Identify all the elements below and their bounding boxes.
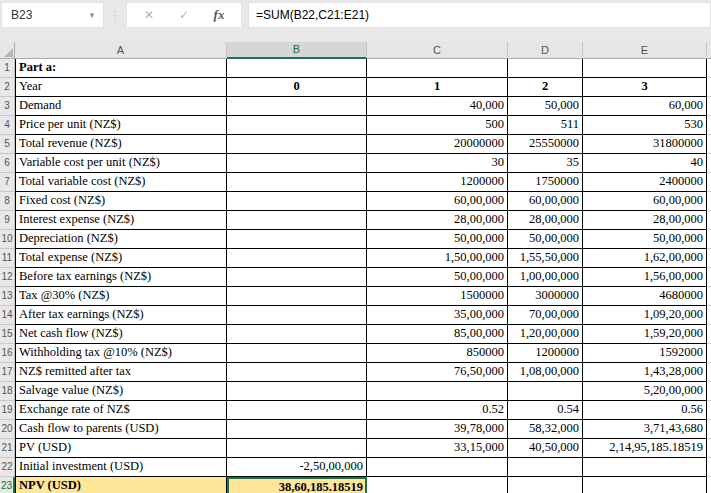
cell-C4[interactable]: 500 (367, 116, 508, 135)
cell-E8[interactable]: 60,00,000 (583, 192, 707, 211)
cell-E10[interactable]: 50,00,000 (583, 230, 707, 249)
column-header-E[interactable]: E (583, 42, 707, 59)
cell-E17[interactable]: 1,43,28,000 (583, 363, 707, 382)
cell-A14[interactable]: After tax earnings (NZ$) (15, 306, 227, 325)
cell-D3[interactable]: 50,000 (508, 97, 583, 116)
cell-C22[interactable] (367, 458, 508, 477)
cell-A7[interactable]: Total variable cost (NZ$) (15, 173, 227, 192)
cell-D15[interactable]: 1,20,00,000 (508, 325, 583, 344)
cell-B1[interactable] (227, 59, 367, 78)
cell-B16[interactable] (227, 344, 367, 363)
cell-A3[interactable]: Demand (15, 97, 227, 116)
row-header-9[interactable]: 9 (0, 211, 15, 230)
cell-A22[interactable]: Initial investment (USD) (15, 458, 227, 477)
cell-E4[interactable]: 530 (583, 116, 707, 135)
cell-A21[interactable]: PV (USD) (15, 439, 227, 458)
cell-A16[interactable]: Withholding tax @10% (NZ$) (15, 344, 227, 363)
cell-E2[interactable]: 3 (583, 78, 707, 97)
cell-E14[interactable]: 1,09,20,000 (583, 306, 707, 325)
cell-A5[interactable]: Total revenue (NZ$) (15, 135, 227, 154)
cell-B12[interactable] (227, 268, 367, 287)
cell-B23[interactable]: 38,60,185.18519 (227, 477, 367, 493)
cell-B17[interactable] (227, 363, 367, 382)
cell-B20[interactable] (227, 420, 367, 439)
cell-A4[interactable]: Price per unit (NZ$) (15, 116, 227, 135)
cell-E21[interactable]: 2,14,95,185.18519 (583, 439, 707, 458)
cell-E16[interactable]: 1592000 (583, 344, 707, 363)
select-all-corner[interactable] (0, 42, 15, 59)
cell-B18[interactable] (227, 382, 367, 401)
row-header-18[interactable]: 18 (0, 382, 15, 401)
cell-D9[interactable]: 28,00,000 (508, 211, 583, 230)
cell-E15[interactable]: 1,59,20,000 (583, 325, 707, 344)
cell-A20[interactable]: Cash flow to parents (USD) (15, 420, 227, 439)
row-header-20[interactable]: 20 (0, 420, 15, 439)
cell-A1[interactable]: Part a: (15, 59, 227, 78)
formula-text[interactable]: =SUM(B22,C21:E21) (249, 8, 369, 22)
cell-C17[interactable]: 76,50,000 (367, 363, 508, 382)
cell-A11[interactable]: Total expense (NZ$) (15, 249, 227, 268)
cell-D1[interactable] (508, 59, 583, 78)
cell-E1[interactable] (583, 59, 707, 78)
cell-E12[interactable]: 1,56,00,000 (583, 268, 707, 287)
cell-D7[interactable]: 1750000 (508, 173, 583, 192)
name-box-value[interactable]: B23 (2, 8, 81, 22)
cell-D23[interactable] (508, 477, 583, 493)
cell-A23[interactable]: NPV (USD) (15, 477, 227, 493)
formula-bar[interactable]: =SUM(B22,C21:E21) (248, 2, 711, 28)
insert-function-icon[interactable]: fx (206, 7, 232, 23)
cell-C1[interactable] (367, 59, 508, 78)
cell-D17[interactable]: 1,08,00,000 (508, 363, 583, 382)
cell-A6[interactable]: Variable cost per unit (NZ$) (15, 154, 227, 173)
cell-B2[interactable]: 0 (227, 78, 367, 97)
cell-D13[interactable]: 3000000 (508, 287, 583, 306)
cell-E23[interactable] (583, 477, 707, 493)
column-header-C[interactable]: C (367, 42, 508, 59)
cell-E11[interactable]: 1,62,00,000 (583, 249, 707, 268)
cell-B10[interactable] (227, 230, 367, 249)
row-header-7[interactable]: 7 (0, 173, 15, 192)
cell-C3[interactable]: 40,000 (367, 97, 508, 116)
cell-D19[interactable]: 0.54 (508, 401, 583, 420)
cell-C23[interactable] (367, 477, 508, 493)
cell-E7[interactable]: 2400000 (583, 173, 707, 192)
cell-C14[interactable]: 35,00,000 (367, 306, 508, 325)
cell-C5[interactable]: 20000000 (367, 135, 508, 154)
row-header-23[interactable]: 23 (0, 477, 15, 493)
row-header-11[interactable]: 11 (0, 249, 15, 268)
cell-C8[interactable]: 60,00,000 (367, 192, 508, 211)
cell-C20[interactable]: 39,78,000 (367, 420, 508, 439)
cell-A15[interactable]: Net cash flow (NZ$) (15, 325, 227, 344)
row-header-21[interactable]: 21 (0, 439, 15, 458)
row-header-1[interactable]: 1 (0, 59, 15, 78)
cell-C7[interactable]: 1200000 (367, 173, 508, 192)
cancel-icon[interactable]: ✕ (136, 8, 162, 22)
name-box-dropdown-icon[interactable]: ▾ (81, 10, 103, 20)
cell-E5[interactable]: 31800000 (583, 135, 707, 154)
cell-D4[interactable]: 511 (508, 116, 583, 135)
cell-C6[interactable]: 30 (367, 154, 508, 173)
cell-D22[interactable] (508, 458, 583, 477)
cell-B4[interactable] (227, 116, 367, 135)
cell-D18[interactable] (508, 382, 583, 401)
cell-E13[interactable]: 4680000 (583, 287, 707, 306)
row-header-3[interactable]: 3 (0, 97, 15, 116)
cell-B19[interactable] (227, 401, 367, 420)
cell-B13[interactable] (227, 287, 367, 306)
row-header-2[interactable]: 2 (0, 78, 15, 97)
row-header-10[interactable]: 10 (0, 230, 15, 249)
cell-A19[interactable]: Exchange rate of NZ$ (15, 401, 227, 420)
cell-E22[interactable] (583, 458, 707, 477)
cell-A10[interactable]: Depreciation (NZ$) (15, 230, 227, 249)
cell-D5[interactable]: 25550000 (508, 135, 583, 154)
cell-D10[interactable]: 50,00,000 (508, 230, 583, 249)
cell-D21[interactable]: 40,50,000 (508, 439, 583, 458)
cell-A2[interactable]: Year (15, 78, 227, 97)
cell-C2[interactable]: 1 (367, 78, 508, 97)
cell-D14[interactable]: 70,00,000 (508, 306, 583, 325)
cell-A13[interactable]: Tax @30% (NZ$) (15, 287, 227, 306)
cell-B21[interactable] (227, 439, 367, 458)
cell-A17[interactable]: NZ$ remitted after tax (15, 363, 227, 382)
cell-C16[interactable]: 850000 (367, 344, 508, 363)
cell-C9[interactable]: 28,00,000 (367, 211, 508, 230)
